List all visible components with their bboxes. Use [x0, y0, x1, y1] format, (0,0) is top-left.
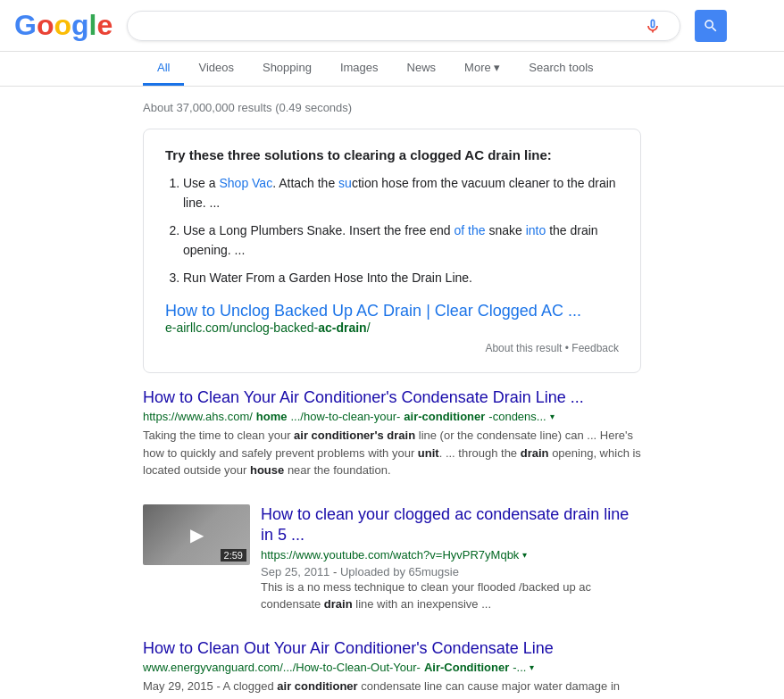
search-result-3: How to Clean Out Your Air Conditioner's …	[143, 638, 641, 699]
result-3-snippet: May 29, 2015 - A clogged air conditioner…	[143, 678, 641, 699]
video-date: Sep 25, 2011	[261, 565, 329, 578]
video-uploader: Uploaded by 65mugsie	[340, 565, 459, 578]
feedback-link[interactable]: Feedback	[571, 342, 619, 354]
tab-shopping[interactable]: Shopping	[248, 52, 326, 86]
tab-more[interactable]: More ▾	[450, 52, 514, 86]
snippet-item-1: Use a Shop Vac. Attach the suction hose …	[183, 173, 619, 213]
snippet-url: e-airllc.com/unclog-backed-ac-drain/	[165, 320, 619, 335]
search-result-2: ▶ 2:59 How to clean your clogged ac cond…	[143, 504, 641, 613]
result-3-dropdown-icon[interactable]: ▾	[530, 662, 534, 672]
nav-tabs: All Videos Shopping Images News More ▾ S…	[0, 52, 784, 87]
play-icon: ▶	[190, 524, 204, 545]
main-content: About 37,000,000 results (0.49 seconds) …	[0, 87, 784, 699]
search-result-1: How to Clean Your Air Conditioner's Cond…	[143, 387, 641, 479]
tab-search-tools[interactable]: Search tools	[514, 52, 607, 86]
google-logo: Google	[14, 9, 113, 42]
result-2-url: https://www.youtube.com/watch?v=HyvPR7yM…	[261, 548, 641, 562]
result-2-dropdown-icon[interactable]: ▾	[522, 550, 527, 560]
results-count: About 37,000,000 results (0.49 seconds)	[143, 94, 641, 129]
logo-letter-o1: o	[37, 9, 54, 42]
snippet-link-into[interactable]: into	[526, 223, 546, 237]
snippet-list: Use a Shop Vac. Attach the suction hose …	[165, 173, 619, 287]
header: Google how to drain an home ac system	[0, 0, 784, 52]
about-result-link[interactable]: About this result	[485, 342, 562, 354]
snippet-title: Try these three solutions to clearing a …	[165, 147, 619, 162]
search-bar: how to drain an home ac system	[127, 11, 680, 41]
result-1-url: https://www.ahs.com/home.../how-to-clean…	[143, 410, 641, 423]
snippet-item-3: Run Water From a Garden Hose Into the Dr…	[183, 268, 619, 287]
result-1-snippet: Taking the time to clean your air condit…	[143, 427, 641, 479]
snippet-item-2: Use a Long Plumbers Snake. Insert the fr…	[183, 221, 619, 261]
video-meta: Sep 25, 2011 - Uploaded by 65mugsie	[261, 565, 641, 578]
tab-videos[interactable]: Videos	[184, 52, 248, 86]
logo-letter-g2: g	[71, 9, 89, 42]
featured-snippet: Try these three solutions to clearing a …	[143, 129, 641, 373]
logo-letter-e: e	[96, 9, 113, 42]
snippet-link-suction[interactable]: su	[338, 176, 352, 190]
result-1-dropdown-icon[interactable]: ▾	[550, 412, 555, 421]
video-thumbnail[interactable]: ▶ 2:59	[143, 504, 250, 565]
snippet-result-link[interactable]: How to Unclog Backed Up AC Drain | Clear…	[165, 302, 619, 320]
logo-letter-o2: o	[54, 9, 71, 42]
tab-all[interactable]: All	[143, 52, 184, 86]
video-duration: 2:59	[221, 549, 246, 562]
search-button[interactable]	[695, 10, 727, 42]
snippet-feedback: About this result • Feedback	[165, 342, 619, 354]
logo-letter-g: G	[14, 9, 37, 42]
video-result-right: How to clean your clogged ac condensate …	[261, 504, 641, 613]
snippet-link-shopvac[interactable]: Shop Vac	[219, 176, 272, 190]
snippet-link-the[interactable]: the	[468, 223, 485, 237]
tab-images[interactable]: Images	[326, 52, 393, 86]
result-1-title-link[interactable]: How to Clean Your Air Conditioner's Cond…	[143, 387, 641, 408]
result-2-snippet: This is a no mess technique to clean you…	[261, 578, 641, 613]
result-3-url: www.energyvanguard.com/.../How-to-Clean-…	[143, 661, 641, 674]
tab-news[interactable]: News	[393, 52, 451, 86]
logo-letter-l: l	[89, 9, 97, 42]
search-input[interactable]: how to drain an home ac system	[138, 18, 644, 34]
result-3-title-link[interactable]: How to Clean Out Your Air Conditioner's …	[143, 638, 641, 659]
result-2-title-link[interactable]: How to clean your clogged ac condensate …	[261, 504, 641, 546]
mic-icon[interactable]	[644, 17, 662, 35]
snippet-link-of[interactable]: of	[455, 223, 465, 237]
